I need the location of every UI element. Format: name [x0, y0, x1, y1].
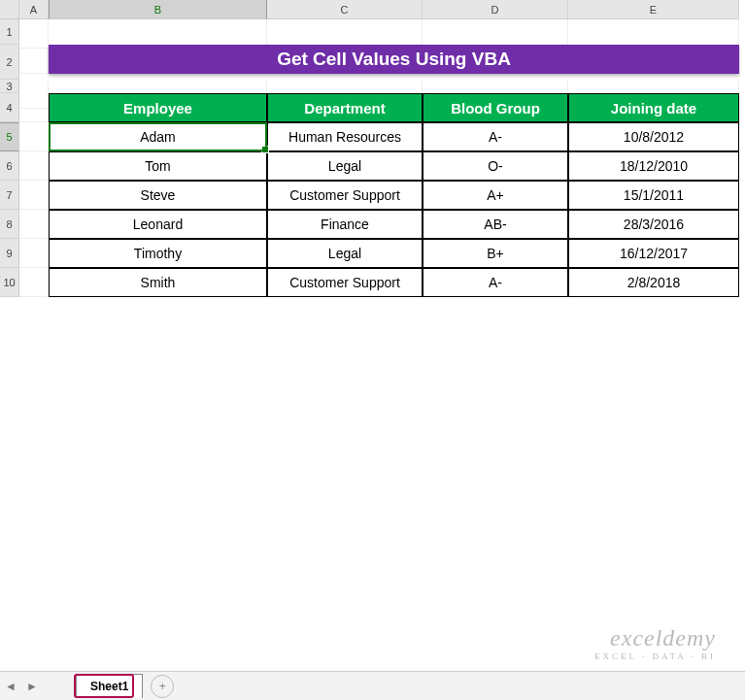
cell-a6[interactable]: [19, 151, 49, 181]
cell-d8[interactable]: AB-: [423, 210, 568, 239]
cell-a8[interactable]: [19, 210, 49, 239]
row-header-4[interactable]: 4: [0, 93, 19, 122]
row-header-9[interactable]: 9: [0, 239, 19, 268]
cell-b10[interactable]: Smith: [49, 268, 267, 297]
cell-c10[interactable]: Customer Support: [267, 268, 423, 297]
cell-e9[interactable]: 16/12/2017: [568, 239, 739, 268]
plus-icon: +: [159, 680, 166, 693]
cell-d7[interactable]: A+: [423, 181, 568, 210]
cell-a10[interactable]: [19, 268, 49, 297]
sheet-tab-bar: ◄ ► Sheet1 +: [0, 671, 745, 700]
col-header-e[interactable]: E: [568, 0, 739, 19]
col-header-b[interactable]: B: [49, 0, 267, 19]
cell-e5[interactable]: 10/8/2012: [568, 122, 739, 151]
cell-e7[interactable]: 15/1/2011: [568, 181, 739, 210]
cell-a4[interactable]: [19, 93, 49, 122]
header-department[interactable]: Department: [267, 93, 423, 122]
cell-c5[interactable]: Human Resources: [267, 122, 423, 151]
cell-b8[interactable]: Leonard: [49, 210, 267, 239]
cell-a7[interactable]: [19, 181, 49, 210]
cell-e8[interactable]: 28/3/2016: [568, 210, 739, 239]
cell-e6[interactable]: 18/12/2010: [568, 151, 739, 181]
cell-a9[interactable]: [19, 239, 49, 268]
watermark-brand: exceldemy: [594, 625, 716, 651]
cell-c6[interactable]: Legal: [267, 151, 423, 181]
watermark-sub: EXCEL · DATA · BI: [594, 651, 716, 661]
cell-b5[interactable]: Adam: [49, 122, 267, 151]
row-header-1[interactable]: 1: [0, 19, 19, 45]
column-headers: A B C D E: [0, 0, 739, 19]
select-all-corner[interactable]: [0, 0, 19, 19]
col-header-a[interactable]: A: [19, 0, 49, 19]
header-joining-date[interactable]: Joining date: [568, 93, 739, 122]
row-headers: 1 2 3 4 5 6 7 8 9 10: [0, 19, 19, 297]
cell-d5[interactable]: A-: [423, 122, 568, 151]
cell-d10[interactable]: A-: [423, 268, 568, 297]
row-header-8[interactable]: 8: [0, 210, 19, 239]
header-employee[interactable]: Employee: [49, 93, 267, 122]
row-header-7[interactable]: 7: [0, 181, 19, 210]
cell-a2[interactable]: [19, 45, 49, 74]
tab-nav-prev[interactable]: ◄: [0, 680, 21, 693]
row-header-2[interactable]: 2: [0, 45, 19, 80]
sheet-tab-1[interactable]: Sheet1: [76, 674, 143, 698]
col-header-d[interactable]: D: [423, 0, 568, 19]
cell-b9[interactable]: Timothy: [49, 239, 267, 268]
cell-c7[interactable]: Customer Support: [267, 181, 423, 210]
row-header-6[interactable]: 6: [0, 151, 19, 181]
row-header-3[interactable]: 3: [0, 80, 19, 93]
add-sheet-button[interactable]: +: [151, 675, 174, 698]
cell-d9[interactable]: B+: [423, 239, 568, 268]
cell-b6[interactable]: Tom: [49, 151, 267, 181]
cells-area: Get Cell Values Using VBA Employee Depar…: [19, 19, 739, 297]
tab-nav-next[interactable]: ►: [21, 680, 43, 693]
row-header-10[interactable]: 10: [0, 268, 19, 297]
cell-b7[interactable]: Steve: [49, 181, 267, 210]
cell-e10[interactable]: 2/8/2018: [568, 268, 739, 297]
watermark: exceldemy EXCEL · DATA · BI: [594, 625, 716, 661]
col-header-c[interactable]: C: [267, 0, 423, 19]
header-blood-group[interactable]: Blood Group: [423, 93, 568, 122]
cell-a5[interactable]: [19, 122, 49, 151]
row-header-5[interactable]: 5: [0, 122, 19, 151]
title-cell[interactable]: Get Cell Values Using VBA: [49, 45, 739, 74]
cell-c8[interactable]: Finance: [267, 210, 423, 239]
cell-d6[interactable]: O-: [423, 151, 568, 181]
cell-c9[interactable]: Legal: [267, 239, 423, 268]
